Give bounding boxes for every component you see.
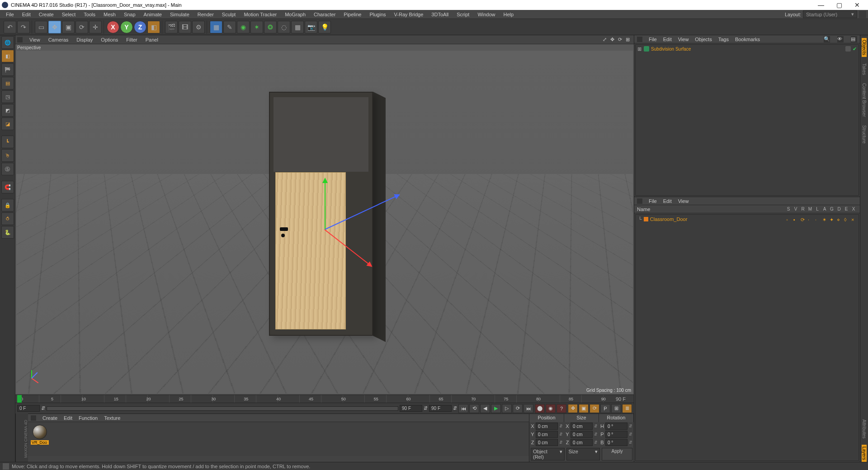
render-settings-button[interactable]: ⚙ [192, 21, 205, 33]
tab-takes[interactable]: Takes [862, 61, 867, 77]
scale-tool[interactable]: ▣ [62, 21, 75, 33]
flag-icon[interactable]: ✦ [830, 217, 834, 221]
flag-icon[interactable]: ▪ [793, 217, 798, 221]
coord-y-pos[interactable]: 0 cm [536, 431, 558, 438]
vp-menu-filter[interactable]: Filter [122, 36, 141, 43]
add-cube-button[interactable]: ▦ [210, 21, 222, 33]
maximize-button[interactable]: ▢ [830, 0, 848, 10]
object-name[interactable]: Subdivision Surface [651, 47, 844, 52]
add-camera2-button[interactable]: 📷 [305, 21, 317, 33]
flag-icon[interactable]: ◦ [786, 217, 791, 221]
flag-icon[interactable]: ⟳ [801, 217, 805, 221]
vp-menu-options[interactable]: Options [97, 36, 122, 43]
mat-menu-texture[interactable]: Texture [104, 415, 120, 421]
menu-sculpt[interactable]: Sculpt [218, 11, 240, 18]
attr-item-name[interactable]: Classroom_Door [650, 216, 688, 222]
snap-button[interactable]: Ⓢ [1, 163, 14, 175]
goto-start-button[interactable]: ⏮ [458, 404, 468, 413]
play-button[interactable]: ▶ [491, 404, 501, 413]
spinner-icon[interactable]: ⇵ [424, 405, 428, 411]
vp-nav-icon-4[interactable]: ⊞ [626, 37, 632, 43]
flag-icon[interactable]: · [808, 217, 812, 221]
menu-edit[interactable]: Edit [18, 11, 35, 18]
tab-structure[interactable]: Structure [862, 123, 867, 146]
keyselection-button[interactable]: ? [557, 404, 566, 413]
redo-button[interactable]: ↷ [17, 21, 30, 33]
key-scale-button[interactable]: ▣ [579, 404, 589, 413]
menu-window[interactable]: Window [473, 11, 499, 18]
coord-p-rot[interactable]: 0 ° [605, 431, 627, 438]
key-rot-button[interactable]: ⟳ [590, 404, 599, 413]
coord-system-toggle[interactable]: ◧ [147, 21, 160, 33]
coord-apply-button[interactable]: Apply [602, 448, 632, 461]
flag-icon[interactable]: ⋄ [837, 217, 841, 221]
render-view-button[interactable]: 🎬 [165, 21, 178, 33]
add-pen-button[interactable]: ✎ [223, 21, 236, 33]
magnet-button[interactable]: 🧲 [1, 181, 14, 193]
undo-button[interactable]: ↶ [4, 21, 16, 33]
menu-tools[interactable]: Tools [80, 11, 99, 18]
timeline-ticks[interactable]: 0 5 10 15 20 25 30 35 40 45 50 55 60 65 … [17, 395, 609, 403]
minimize-button[interactable]: — [812, 0, 830, 10]
layout-dropdown[interactable]: Startup (User)▾ [803, 10, 857, 18]
add-camera-button[interactable]: ▦ [291, 21, 304, 33]
attr-body[interactable]: └ Classroom_Door ◦ ▪ ⟳ · · ✶ ✦ ⋄ ◊ × [635, 214, 859, 461]
obj-filter-icon[interactable]: ▤ [851, 36, 857, 42]
mat-menu-create[interactable]: Create [42, 415, 57, 421]
workplane-button[interactable]: ▤ [1, 77, 14, 89]
coord-y-size[interactable]: 0 cm [571, 431, 593, 438]
tab-objects[interactable]: Objects [862, 38, 867, 57]
vp-nav-icon-3[interactable]: ⟳ [618, 37, 624, 43]
flag-icon[interactable]: · [815, 217, 820, 221]
tab-layers[interactable]: Layers [862, 445, 867, 462]
coord-b-rot[interactable]: 0 ° [605, 439, 627, 446]
record-button[interactable]: ⬤ [535, 404, 545, 413]
obj-menu-tags[interactable]: Tags [718, 37, 729, 42]
menu-simulate[interactable]: Simulate [166, 11, 193, 18]
panel-grip-icon[interactable] [31, 415, 36, 421]
timeline-ruler[interactable]: 0 5 10 15 20 25 30 35 40 45 50 55 60 65 … [15, 395, 634, 403]
key-pla-button[interactable]: ⊞ [611, 404, 621, 413]
coord-mode-dropdown[interactable]: Object (Rel)▾ [531, 448, 565, 461]
key-pos-button[interactable]: ✥ [568, 404, 578, 413]
menu-vray-bridge[interactable]: V-Ray Bridge [390, 11, 428, 18]
mat-menu-edit[interactable]: Edit [64, 415, 72, 421]
obj-eye-icon[interactable]: 👁 [837, 36, 844, 42]
lock-y-axis[interactable]: Y [120, 21, 133, 33]
coord-h-rot[interactable]: 0 ° [605, 423, 627, 430]
menu-file[interactable]: File [2, 11, 18, 18]
layer-color-icon[interactable] [644, 217, 648, 221]
gizmo-y-axis[interactable] [325, 179, 326, 229]
flag-icon[interactable]: ✶ [822, 217, 827, 221]
menu-help[interactable]: Help [500, 11, 518, 18]
next-key-button[interactable]: ⟳ [513, 404, 523, 413]
object-tree[interactable]: ⊞ Subdivision Surface ✔ [635, 44, 859, 196]
prev-key-button[interactable]: ⟲ [469, 404, 479, 413]
obj-search-icon[interactable]: 🔍 [824, 36, 830, 42]
layout-config-icon[interactable] [859, 11, 866, 18]
menu-character[interactable]: Character [310, 11, 340, 18]
attr-menu-file[interactable]: File [649, 198, 657, 204]
axis-tool-button[interactable]: ┗ [1, 136, 14, 148]
flag-icon[interactable]: ◊ [844, 217, 849, 221]
vp-menu-cameras[interactable]: Cameras [44, 36, 73, 43]
model-mode-button[interactable]: ◧ [1, 50, 14, 62]
live-select-tool[interactable]: ▭ [35, 21, 47, 33]
layer-dot-icon[interactable] [845, 46, 851, 52]
range-end-field[interactable]: 90 F [400, 405, 422, 412]
add-environment-button[interactable]: ◌ [278, 21, 290, 33]
menu-animate[interactable]: Animate [140, 11, 166, 18]
vp-menu-display[interactable]: Display [72, 36, 97, 43]
viewport-canvas[interactable] [16, 51, 633, 394]
obj-menu-file[interactable]: File [649, 37, 657, 42]
next-frame-button[interactable]: ▷ [502, 404, 512, 413]
polygon-mode-button[interactable]: ◪ [1, 118, 14, 130]
material-preview-icon[interactable] [33, 425, 47, 439]
obj-menu-objects[interactable]: Objects [695, 37, 712, 42]
lock-x-axis[interactable]: X [107, 21, 119, 33]
menu-select[interactable]: Select [58, 11, 80, 18]
menu-3dtoall[interactable]: 3DToAll [427, 11, 453, 18]
tab-content-browser[interactable]: Content Browser [862, 81, 867, 118]
menu-snap[interactable]: Snap [120, 11, 140, 18]
add-light-button[interactable]: 💡 [318, 21, 331, 33]
